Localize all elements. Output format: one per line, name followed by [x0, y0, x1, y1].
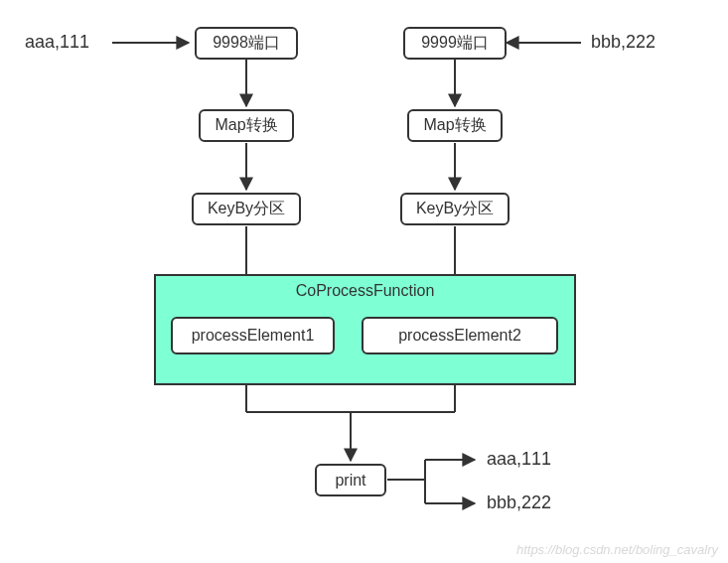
output-1-label: aaa,111 — [487, 449, 551, 470]
node-process2: processElement2 — [362, 317, 558, 354]
input-left-label: aaa,111 — [25, 32, 89, 53]
coprocess-title: CoProcessFunction — [296, 282, 435, 300]
node-port-right: 9999端口 — [403, 27, 507, 60]
output-2-label: bbb,222 — [487, 493, 551, 513]
node-process1: processElement1 — [171, 317, 335, 354]
input-right-label: bbb,222 — [591, 32, 655, 53]
node-port-left: 9998端口 — [195, 27, 298, 60]
node-keyby-right: KeyBy分区 — [400, 193, 510, 225]
node-keyby-left: KeyBy分区 — [192, 193, 301, 225]
node-map-right: Map转换 — [407, 109, 503, 142]
node-print: print — [315, 464, 386, 496]
watermark-text: https://blog.csdn.net/boling_cavalry — [516, 542, 718, 557]
node-map-left: Map转换 — [199, 109, 294, 142]
